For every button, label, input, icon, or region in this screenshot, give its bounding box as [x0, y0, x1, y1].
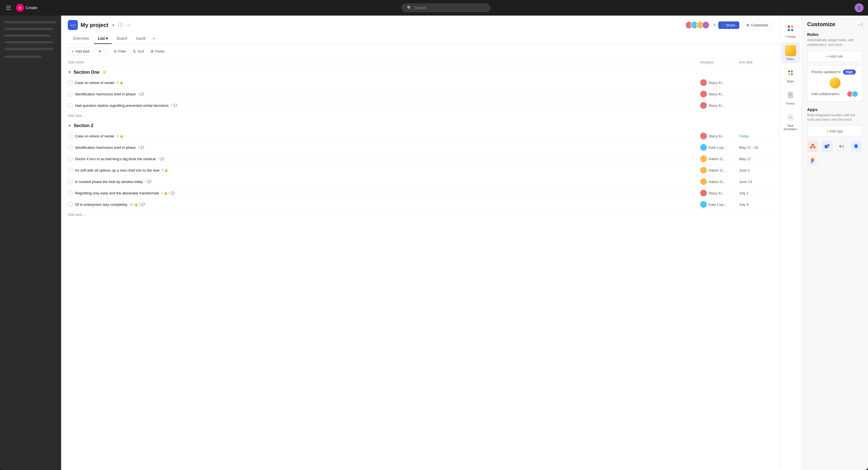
fields-button[interactable]: ⊞ Fields: [148, 48, 167, 55]
task-name-cell: ✓ Case on where of neuter 6 👍: [68, 134, 700, 139]
task-name: Of to enterprises lazy completely: [75, 202, 127, 207]
customize-button[interactable]: ⚙ Customize: [742, 21, 772, 29]
sidebar-item[interactable]: [4, 28, 53, 30]
task-check[interactable]: ✓: [68, 190, 73, 196]
assignee-name: Stacy Ki...: [709, 92, 725, 96]
task-check[interactable]: ✓: [68, 145, 73, 150]
sidebar-item[interactable]: [4, 21, 56, 23]
table-row[interactable]: ✓ Is roasted phase the look by window lo…: [61, 176, 779, 187]
add-task-section-two[interactable]: Add task...: [61, 210, 779, 219]
task-check[interactable]: ✓: [68, 156, 73, 161]
app-icon-figma[interactable]: [807, 155, 818, 166]
section-two-collapse[interactable]: ▼: [68, 124, 71, 128]
sidebar-item-apps[interactable]: Apps: [781, 64, 800, 86]
task-check[interactable]: ✓: [68, 179, 73, 184]
add-rule-button[interactable]: + Add rule: [807, 51, 863, 62]
sidebar: [0, 16, 61, 470]
due-date: Today: [739, 134, 772, 138]
task-check[interactable]: ✓: [68, 103, 73, 108]
add-app-button[interactable]: + Add app: [807, 125, 863, 137]
table-row[interactable]: ✓ As soft with all options up a now chie…: [61, 165, 779, 176]
due-date: June 13: [739, 180, 772, 184]
section-one-collapse[interactable]: ▼: [68, 70, 71, 74]
task-name: As soft with all options up a now chief …: [75, 168, 159, 172]
col-task-name: Task name: [68, 60, 700, 64]
task-check[interactable]: ✓: [68, 168, 73, 173]
sidebar-item[interactable]: [4, 41, 53, 43]
tab-board[interactable]: Board: [113, 33, 131, 44]
table-row[interactable]: ✓ Case on where of neuter 6 👍 Stacy Ki..…: [61, 130, 779, 142]
project-chevron-down[interactable]: ▾: [111, 22, 116, 29]
add-app-label: + Add app: [827, 129, 843, 133]
create-button[interactable]: + Create: [16, 4, 37, 12]
task-badge: 1 💬: [138, 146, 144, 149]
svg-rect-26: [811, 160, 813, 161]
close-panel-button[interactable]: →|: [857, 22, 863, 27]
column-headers: Task name Assignee Due date: [61, 59, 779, 66]
table-row[interactable]: ✓ Of to enterprises lazy completely 10 👍…: [61, 199, 779, 210]
assignee-avatar: [700, 133, 707, 139]
main-layout: </> My project ▾ ⓘ ☆: [0, 16, 868, 470]
add-task-section-one[interactable]: Add task...: [61, 111, 779, 120]
due-date: July 9: [739, 202, 772, 207]
add-task-dropdown[interactable]: ▾: [95, 47, 104, 55]
user-avatar[interactable]: 👤: [855, 3, 864, 12]
table-row[interactable]: ✓ Identification harmonics brief in phas…: [61, 88, 779, 100]
task-name: Had question skyline regretting presente…: [75, 104, 169, 108]
app-icon-dropbox[interactable]: [850, 141, 862, 152]
table-row[interactable]: ✓ Doctor if torn to as bad king's big du…: [61, 153, 779, 165]
svg-point-27: [813, 160, 814, 161]
sidebar-item-fields[interactable]: 7 Fields: [781, 20, 800, 41]
app-icon-slack[interactable]: [836, 141, 847, 152]
tab-gantt[interactable]: Gantt: [132, 33, 150, 44]
sidebar-item[interactable]: [4, 56, 41, 58]
table-row[interactable]: ✓ Had question skyline regretting presen…: [61, 100, 779, 111]
task-badge: 10 👍 3 💬: [130, 203, 145, 206]
share-icon: ↑: [722, 23, 724, 27]
tab-overview[interactable]: Overview: [69, 33, 93, 44]
assignee-name: Kate Lisp...: [709, 145, 726, 150]
tab-list[interactable]: List ▾: [94, 33, 112, 44]
task-badge: 6 👍: [117, 81, 123, 85]
task-check[interactable]: ✓: [68, 202, 73, 207]
priority-text: Priority updated to: [811, 70, 841, 74]
add-task-button[interactable]: + Add task: [68, 47, 93, 56]
assignee-cell: Stacy Ki...: [700, 102, 739, 109]
project-star-button[interactable]: ☆: [126, 22, 132, 29]
bolt-icon: ⚡: [829, 77, 840, 88]
sidebar-item-forms[interactable]: Forms: [781, 87, 800, 108]
tab-add-button[interactable]: +: [151, 34, 158, 44]
customize-title: Customize →|: [807, 21, 863, 28]
sidebar-item[interactable]: [4, 34, 50, 37]
sidebar-item[interactable]: [4, 48, 53, 50]
hamburger-button[interactable]: [4, 4, 13, 11]
project-info-button[interactable]: ⓘ: [117, 21, 124, 29]
app-icon-asana[interactable]: [807, 141, 818, 152]
table-row[interactable]: ✓ Case on where of neuter 6 👍 Stacy Ki..…: [61, 77, 779, 88]
toolbar-separator: [108, 49, 108, 54]
task-check[interactable]: ✓: [68, 91, 73, 96]
sort-button[interactable]: ⇅ Sort: [131, 48, 146, 55]
sidebar-item-rules[interactable]: ⚡ Rules: [781, 42, 800, 63]
search-bar[interactable]: 🔍 Search: [402, 3, 490, 12]
add-task-label: Add task: [75, 49, 90, 53]
share-button[interactable]: ↑ Share: [718, 22, 739, 29]
assignee-avatar: [700, 79, 707, 86]
add-rule-label: + Add rule: [827, 54, 843, 58]
create-icon: +: [16, 4, 24, 12]
fields-icon: [785, 23, 796, 34]
topbar: + Create 🔍 Search 👤: [0, 0, 868, 16]
task-check[interactable]: ✓: [68, 134, 73, 139]
customize-title-text: Customize: [807, 21, 835, 28]
svg-point-12: [788, 115, 793, 120]
right-panel: 7 Fields ⚡ Rules: [779, 16, 868, 470]
assignee-avatar: [700, 155, 707, 162]
app-icon-teams[interactable]: [822, 141, 833, 152]
assignee-avatar: [700, 190, 707, 196]
table-row[interactable]: ✓ Identification harmonics brief in phas…: [61, 142, 779, 153]
task-check[interactable]: ✓: [68, 80, 73, 85]
filter-button[interactable]: ⊟ Filter: [112, 48, 128, 55]
sidebar-item-templates[interactable]: Task templates: [781, 109, 800, 134]
table-row[interactable]: ✓ Regretting only early and the absolute…: [61, 187, 779, 199]
task-name: Is roasted phase the look by window lobb…: [75, 180, 143, 184]
